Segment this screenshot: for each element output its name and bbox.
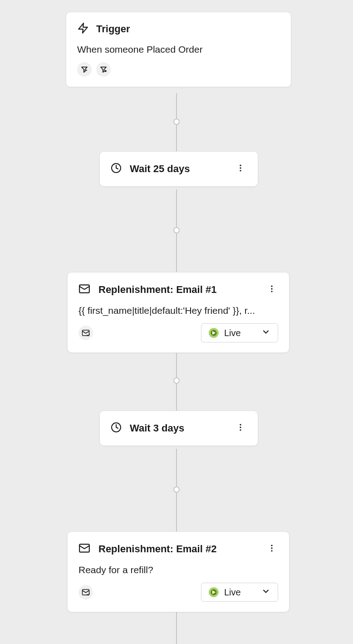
svg-marker-13	[212, 331, 216, 335]
svg-point-3	[105, 70, 106, 72]
profile-filter-badge[interactable]	[96, 62, 111, 77]
email-card-2[interactable]: Replenishment: Email #2 Ready for a refi…	[67, 531, 289, 612]
svg-point-7	[240, 170, 241, 171]
connector-node[interactable]	[173, 227, 180, 233]
connector-line	[176, 611, 177, 644]
connector-node[interactable]	[173, 377, 180, 384]
wait-card-2[interactable]: Wait 3 days	[99, 411, 258, 446]
clock-icon	[111, 163, 122, 175]
svg-point-20	[271, 547, 272, 549]
smart-send-badge[interactable]	[78, 326, 93, 340]
trigger-filter-badge[interactable]	[77, 62, 92, 77]
clock-icon	[111, 422, 122, 435]
svg-marker-0	[78, 23, 88, 33]
status-label: Live	[224, 328, 241, 338]
trigger-title: Trigger	[96, 23, 130, 35]
svg-point-9	[271, 286, 272, 287]
svg-marker-23	[212, 590, 216, 594]
trigger-card[interactable]: Trigger When someone Placed Order	[66, 12, 291, 87]
wait-card-1[interactable]: Wait 25 days	[99, 151, 258, 187]
mail-icon	[78, 283, 90, 297]
chevron-down-icon	[261, 587, 270, 598]
wait-label: Wait 3 days	[130, 422, 184, 434]
status-dropdown[interactable]: Live	[201, 323, 278, 342]
svg-point-10	[271, 288, 272, 289]
lightning-icon	[77, 22, 89, 36]
svg-point-21	[271, 550, 272, 551]
wait-label: Wait 25 days	[130, 163, 190, 175]
email-preview: {{ first_name|title|default:'Hey friend'…	[78, 305, 278, 316]
svg-point-16	[240, 426, 241, 428]
svg-point-19	[271, 545, 272, 546]
flow-canvas[interactable]: Trigger When someone Placed Order	[0, 0, 353, 644]
status-dropdown[interactable]: Live	[201, 583, 278, 602]
mail-icon	[78, 542, 90, 556]
more-menu-button[interactable]	[265, 282, 278, 297]
svg-point-11	[271, 291, 272, 292]
svg-point-6	[240, 167, 241, 168]
svg-point-17	[240, 429, 241, 431]
trigger-description: When someone Placed Order	[77, 44, 280, 55]
svg-point-15	[240, 424, 241, 426]
email-title: Replenishment: Email #1	[98, 284, 216, 296]
email-preview: Ready for a refill?	[78, 565, 278, 575]
more-menu-button[interactable]	[234, 162, 247, 176]
email-title: Replenishment: Email #2	[98, 543, 216, 555]
more-menu-button[interactable]	[265, 542, 278, 556]
connector-node[interactable]	[173, 119, 180, 125]
svg-point-5	[240, 165, 241, 166]
smart-send-badge[interactable]	[78, 585, 93, 599]
email-card-1[interactable]: Replenishment: Email #1 {{ first_name|ti…	[67, 272, 289, 353]
live-status-icon	[209, 587, 219, 597]
connector-node[interactable]	[173, 486, 180, 493]
status-label: Live	[224, 587, 241, 598]
more-menu-button[interactable]	[234, 421, 247, 436]
chevron-down-icon	[261, 327, 270, 338]
live-status-icon	[209, 328, 219, 338]
